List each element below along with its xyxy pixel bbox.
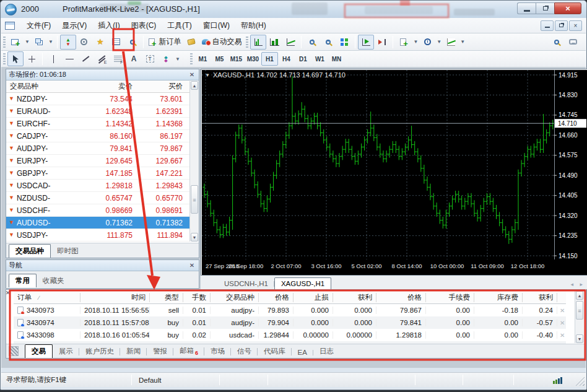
scroll-thumb[interactable]: [576, 301, 583, 320]
column-header-9[interactable]: 手续费: [426, 293, 474, 302]
market-watch-row[interactable]: ▼AUDUSD-0.713620.71382: [6, 217, 199, 229]
close-button[interactable]: ×: [554, 2, 581, 14]
templates-dropdown[interactable]: ▼: [459, 39, 466, 45]
crosshair-tool-button[interactable]: [24, 51, 40, 66]
terminal-tab-邮箱[interactable]: 邮箱6: [173, 345, 204, 358]
market-watch-tab-即时图[interactable]: 即时图: [51, 245, 85, 258]
terminal-tab-警报[interactable]: 警报: [147, 346, 173, 358]
strategy-tester-button[interactable]: [124, 35, 141, 50]
column-header-7[interactable]: 获利: [333, 293, 376, 302]
templates-button[interactable]: [443, 35, 459, 50]
menu-item-1[interactable]: 显示(V): [56, 19, 92, 33]
profiles-button[interactable]: [31, 35, 47, 50]
terminal-tab-日志[interactable]: 日志: [313, 346, 340, 358]
trendline-tool-button[interactable]: [77, 51, 93, 66]
trade-row[interactable]: 34330982018.10.16 01:05:54buy0.02usdcad-…: [14, 329, 566, 341]
column-header-11[interactable]: 获利: [523, 293, 557, 302]
chart-tab-USDCNH-,H1[interactable]: USDCNH-,H1: [218, 279, 274, 289]
line-chart-button[interactable]: [282, 35, 298, 50]
navigator-close-icon[interactable]: ✕: [188, 262, 196, 269]
timeframe-m5[interactable]: M5: [211, 52, 228, 66]
new-chart-button[interactable]: +: [7, 35, 24, 50]
market-watch-row[interactable]: ▼USDCAD-1.298181.29843: [6, 180, 199, 192]
column-header-6[interactable]: 止损: [294, 293, 333, 302]
search-button[interactable]: [549, 35, 565, 50]
column-header-8[interactable]: 价格: [376, 293, 426, 302]
mdi-minimize-button[interactable]: [541, 20, 554, 31]
profiles-dropdown[interactable]: ▼: [47, 39, 54, 45]
market-watch-toggle-button[interactable]: ▲▼: [60, 35, 76, 50]
terminal-tab-信号[interactable]: 信号: [231, 346, 258, 358]
column-header-5[interactable]: 价格: [259, 293, 294, 302]
market-watch-row[interactable]: ▼USDJPY-111.875111.894: [6, 229, 199, 242]
timeframe-m15[interactable]: M15: [228, 52, 245, 66]
close-order-icon[interactable]: ✕: [557, 320, 566, 326]
terminal-tab-账户历史[interactable]: 账户历史: [79, 346, 120, 358]
mw-column-header-0[interactable]: 交易品种: [6, 82, 79, 91]
scroll-down-icon[interactable]: ▼: [191, 233, 198, 242]
market-watch-row[interactable]: ▼EURAUD-1.623481.62391: [6, 105, 199, 118]
periods-dropdown[interactable]: ▼: [435, 39, 443, 45]
mw-column-header-2[interactable]: 买价: [136, 82, 186, 91]
zoom-out-button[interactable]: -: [320, 35, 336, 50]
trade-row[interactable]: 34309742018.10.11 15:57:08buy0.01audjpy-…: [14, 316, 566, 329]
terminal-tab-EA[interactable]: EA: [292, 347, 313, 358]
metaeditor-button[interactable]: [183, 35, 199, 50]
market-watch-tab-交易品种[interactable]: 交易品种: [9, 244, 51, 258]
toolbar-grip[interactable]: [190, 53, 193, 64]
zoom-in-button[interactable]: +: [304, 35, 320, 50]
terminal-scrollbar[interactable]: ▲ ▼: [575, 291, 584, 343]
terminal-tab-交易[interactable]: 交易: [25, 344, 53, 358]
terminal-button[interactable]: [108, 35, 124, 50]
toolbar-grip[interactable]: [246, 37, 248, 48]
chart-window[interactable]: 27 Sep 201828 Sep 18:002 Oct 07:003 Oct …: [201, 69, 587, 276]
menu-item-0[interactable]: 文件(F): [21, 19, 56, 33]
arrow-objects-button[interactable]: ◆◆: [158, 51, 174, 66]
mdi-restore-button[interactable]: [555, 20, 568, 31]
community-button[interactable]: [565, 35, 581, 50]
navigator-tab-收藏夹[interactable]: 收藏夹: [37, 275, 71, 287]
timeframe-m1[interactable]: M1: [194, 52, 211, 66]
indicators-dropdown[interactable]: ▼: [412, 39, 419, 45]
scroll-up-icon[interactable]: ▲: [191, 81, 198, 90]
market-watch-row[interactable]: ▼EURCHF-1.143421.14368: [6, 118, 199, 130]
terminal-tab-市场[interactable]: 市场: [204, 346, 231, 358]
arrow-objects-dropdown[interactable]: ▼: [174, 56, 181, 62]
menu-item-4[interactable]: 工具(T): [162, 19, 197, 33]
price-chart[interactable]: 27 Sep 201828 Sep 18:002 Oct 07:003 Oct …: [202, 70, 587, 275]
mw-column-header-1[interactable]: 卖价: [79, 82, 136, 91]
periods-button[interactable]: [419, 35, 435, 50]
toolbar-grip[interactable]: [3, 37, 6, 48]
scroll-up-icon[interactable]: ▲: [576, 291, 583, 300]
status-template-name[interactable]: Default: [139, 377, 161, 384]
column-header-4[interactable]: 交易品种: [211, 293, 259, 302]
tile-windows-button[interactable]: [336, 35, 352, 50]
market-watch-row[interactable]: ▼NZDJPY-73.54473.601: [6, 93, 199, 105]
column-header-2[interactable]: 类型: [150, 293, 183, 302]
market-watch-row[interactable]: ▼GBPJPY-147.185147.221: [6, 167, 199, 180]
trade-row[interactable]: 34309732018.10.11 15:56:55sell0.01audjpy…: [14, 304, 566, 316]
timeframe-h4[interactable]: H4: [278, 52, 295, 66]
new-order-button[interactable]: +新订单: [146, 35, 184, 50]
navigator-tab-常用[interactable]: 常用: [9, 274, 37, 287]
timeframe-m30[interactable]: M30: [245, 52, 261, 66]
symbol-dropdown-icon[interactable]: ▼: [205, 72, 210, 78]
scroll-thumb[interactable]: [191, 185, 198, 214]
scroll-down-icon[interactable]: ▼: [576, 334, 583, 343]
column-header-1[interactable]: 时间: [80, 293, 150, 302]
menu-item-3[interactable]: 图表(C): [126, 19, 162, 33]
mdi-close-button[interactable]: ×: [569, 20, 582, 31]
toolbar-grip[interactable]: [3, 53, 6, 64]
close-order-icon[interactable]: ✕: [557, 332, 566, 339]
navigator-button[interactable]: ★: [92, 35, 108, 50]
terminal-close-icon[interactable]: ✕: [6, 290, 11, 296]
market-watch-row[interactable]: ▼AUDJPY-79.84179.867: [6, 142, 199, 155]
candlestick-button[interactable]: [266, 35, 282, 50]
terminal-tab-代码库[interactable]: 代码库: [258, 346, 292, 358]
horizontal-line-tool-button[interactable]: [61, 51, 77, 66]
data-window-button[interactable]: [76, 35, 92, 50]
market-watch-row[interactable]: ▼EURJPY-129.645129.667: [6, 155, 199, 167]
restore-button[interactable]: [536, 2, 554, 14]
column-header-0[interactable]: 订单∕: [14, 293, 80, 302]
market-watch-row[interactable]: ▼CADJPY-86.16086.197: [6, 130, 199, 142]
